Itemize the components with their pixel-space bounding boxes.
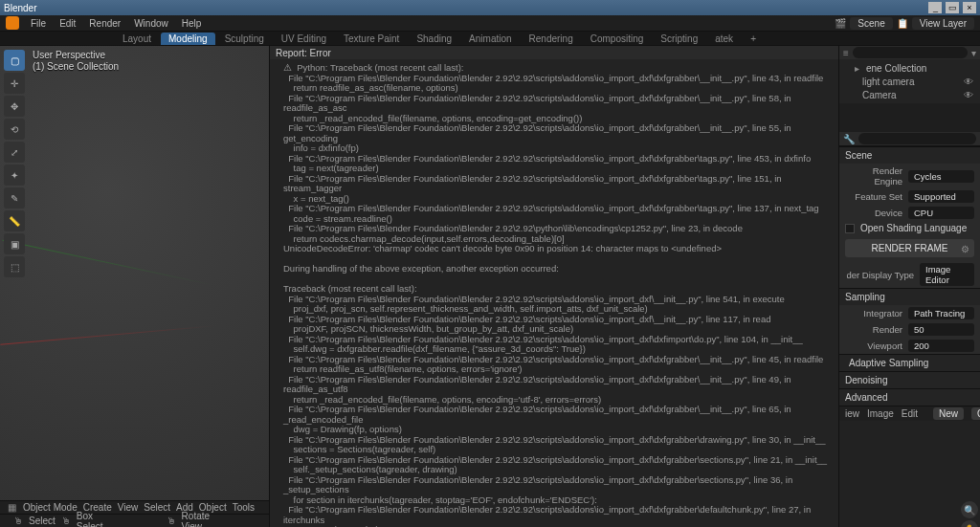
- adaptive-header[interactable]: Adaptive Sampling: [839, 354, 980, 371]
- outliner-header: ≡ ▾: [839, 46, 980, 59]
- report-body[interactable]: ⚠ Python: Traceback (most recent call la…: [270, 59, 838, 527]
- render-samples-input[interactable]: 50: [908, 323, 974, 336]
- tool-measure[interactable]: 📏: [4, 210, 25, 231]
- menu-render[interactable]: Render: [83, 17, 126, 30]
- workspace-tab-sculpting[interactable]: Sculpting: [217, 33, 272, 45]
- mouse-left-icon: 🖱: [13, 516, 23, 527]
- osl-checkbox[interactable]: [845, 224, 855, 233]
- device-select[interactable]: CPU: [908, 207, 974, 219]
- render-samples-label: Render: [845, 324, 902, 335]
- integrator-select[interactable]: Path Tracing: [908, 307, 974, 319]
- perspective-label: User Perspective: [33, 50, 119, 61]
- workspace-tab-compositing[interactable]: Compositing: [583, 33, 652, 45]
- workspace-tab-+[interactable]: +: [743, 33, 764, 45]
- menu-edit[interactable]: Edit: [54, 17, 81, 30]
- outliner-icon[interactable]: ≡: [843, 47, 849, 58]
- outliner-collection[interactable]: ▸ ene Collection: [841, 61, 978, 75]
- menu-file[interactable]: File: [25, 17, 52, 30]
- menu-help[interactable]: Help: [176, 17, 208, 30]
- workspace-tab-uv-editing[interactable]: UV Editing: [274, 33, 334, 45]
- status-select: Select: [29, 516, 56, 526]
- display-type-select[interactable]: Image Editor: [920, 263, 974, 286]
- img-menu-image[interactable]: Image: [867, 408, 894, 419]
- mode-selector[interactable]: Object Mode: [23, 502, 78, 513]
- menu-window[interactable]: Window: [128, 17, 174, 30]
- blender-logo-icon[interactable]: [6, 16, 19, 30]
- menu-view[interactable]: View: [118, 502, 139, 513]
- workspace-tab-rendering[interactable]: Rendering: [522, 33, 581, 45]
- visibility-icon[interactable]: 👁: [963, 89, 974, 100]
- axis-y-line: [2, 240, 212, 286]
- viewport-samples-label: Viewport: [845, 340, 902, 351]
- report-title: Report: Error: [276, 48, 331, 58]
- sampling-header[interactable]: Sampling: [839, 288, 980, 305]
- minimize-icon[interactable]: _: [928, 2, 942, 13]
- image-new-button[interactable]: New: [933, 407, 964, 420]
- image-editor-header: iew Image Edit New Open: [839, 406, 980, 421]
- workspace-tab-layout[interactable]: Layout: [115, 33, 159, 45]
- toolbar-left: ▢ ✛ ✥ ⟲ ⤢ ✦ ✎ 📏 ▣ ⬚: [4, 50, 25, 277]
- menu-tools[interactable]: Tools: [233, 502, 255, 513]
- mouse-middle-icon: 🖱: [167, 516, 176, 527]
- outliner-item[interactable]: light camera 👁: [841, 75, 978, 88]
- outliner-item[interactable]: Camera 👁: [841, 88, 978, 101]
- menu-select[interactable]: Select: [144, 502, 170, 513]
- properties-panel: Scene Render EngineCycles Feature SetSup…: [839, 145, 980, 527]
- img-menu-edit[interactable]: Edit: [902, 408, 918, 419]
- workspace-tab-scripting[interactable]: Scripting: [653, 33, 705, 45]
- tool-add-cube[interactable]: ▣: [4, 233, 25, 254]
- viewport-footer: ▦ Object Mode Create View Select Add Obj…: [0, 500, 269, 527]
- tool-cursor[interactable]: ✛: [4, 73, 25, 94]
- workspace-tabs: LayoutModelingSculptingUV EditingTexture…: [0, 31, 980, 46]
- tool-transform[interactable]: ✦: [4, 165, 25, 186]
- outliner-search[interactable]: [853, 47, 968, 58]
- properties-icon[interactable]: 🔧: [843, 133, 855, 144]
- image-editor-canvas[interactable]: 🔍 ✋: [839, 421, 980, 527]
- close-icon[interactable]: ×: [963, 2, 976, 13]
- window-titlebar: Blender _ ▭ ×: [0, 0, 980, 15]
- image-open-button[interactable]: Open: [971, 407, 980, 420]
- img-menu-view[interactable]: iew: [845, 408, 859, 419]
- outliner-tree[interactable]: ▸ ene Collection light camera 👁 Camera 👁: [839, 59, 980, 103]
- zoom-icon[interactable]: 🔍: [961, 501, 978, 518]
- workspace-tab-shading[interactable]: Shading: [409, 33, 459, 45]
- tool-scale[interactable]: ⤢: [4, 142, 25, 163]
- render-engine-label: Render Engine: [845, 165, 902, 187]
- hand-icon[interactable]: ✋: [961, 520, 978, 527]
- scene-name-field[interactable]: Scene: [850, 17, 892, 30]
- workspace-tab-animation[interactable]: Animation: [461, 33, 519, 45]
- maximize-icon[interactable]: ▭: [946, 2, 959, 13]
- outliner-item-label: Camera: [862, 90, 897, 100]
- denoising-header[interactable]: Denoising: [839, 371, 980, 388]
- collection-icon: ▸: [851, 62, 862, 74]
- tool-rotate[interactable]: ⟲: [4, 119, 25, 140]
- filter-icon[interactable]: ▾: [971, 47, 976, 58]
- tool-extrude[interactable]: ⬚: [4, 256, 25, 277]
- viewport-3d[interactable]: User Perspective (1) Scene Collection ▢ …: [0, 46, 269, 527]
- feature-set-select[interactable]: Supported: [908, 190, 974, 203]
- render-frame-button[interactable]: RENDER FRAME⚙: [845, 239, 974, 257]
- app-title: Blender: [4, 3, 36, 13]
- axis-x-line: [0, 325, 214, 345]
- visibility-icon[interactable]: 👁: [963, 76, 974, 87]
- viewlayer-name-field[interactable]: View Layer: [912, 17, 974, 30]
- advanced-header[interactable]: Advanced: [839, 388, 980, 406]
- tool-move[interactable]: ✥: [4, 96, 25, 117]
- osl-label: Open Shading Language: [860, 223, 967, 233]
- tool-annotate[interactable]: ✎: [4, 187, 25, 209]
- editor-type-icon[interactable]: ▦: [6, 502, 17, 514]
- main-menubar: File Edit Render Window Help 🎬 Scene 📋 V…: [0, 15, 980, 31]
- workspace-tab-atek[interactable]: atek: [707, 33, 741, 45]
- viewport-samples-input[interactable]: 200: [908, 340, 974, 352]
- workspace-tab-modeling[interactable]: Modeling: [161, 33, 215, 45]
- integrator-label: Integrator: [845, 308, 902, 318]
- properties-search[interactable]: [858, 133, 976, 144]
- viewport-overlay-text: User Perspective (1) Scene Collection: [33, 50, 119, 73]
- tool-select-box[interactable]: ▢: [4, 50, 25, 71]
- scene-header[interactable]: Scene: [839, 146, 980, 164]
- gear-icon[interactable]: ⚙: [959, 243, 970, 254]
- render-engine-select[interactable]: Cycles: [908, 170, 974, 183]
- display-type-label: der Display Type: [845, 270, 914, 280]
- scene-icon: 🎬: [835, 17, 846, 29]
- workspace-tab-texture-paint[interactable]: Texture Paint: [336, 33, 407, 45]
